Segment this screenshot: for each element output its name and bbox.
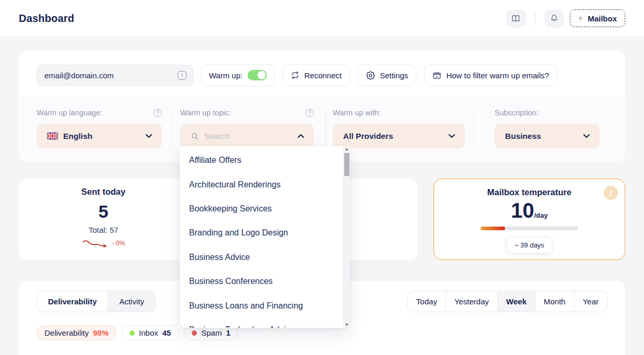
language-label: Warm up language: <box>37 109 102 117</box>
stat-badge[interactable]: Inbox 45 <box>122 325 179 340</box>
warning-icon[interactable] <box>604 186 618 200</box>
settings-button[interactable]: Settings <box>358 64 416 86</box>
sent-today-value: 5 <box>99 202 109 222</box>
chevron-down-icon <box>583 134 590 138</box>
topic-option[interactable]: Business Technology Advice <box>180 318 350 328</box>
mailbox-settings-panel: Warm up: Reconnect <box>19 50 625 162</box>
badge-value: 98% <box>93 328 109 337</box>
chevron-down-icon <box>145 134 153 138</box>
filter-help-button[interactable]: How to filter warm up emails? <box>424 64 557 86</box>
topic-option[interactable]: Branding and Logo Design <box>180 221 350 245</box>
trend-sparkline-icon <box>82 239 109 248</box>
topic-label: Warm up topic: <box>180 109 231 117</box>
chevron-down-icon <box>448 134 455 138</box>
uk-flag-icon <box>47 132 58 140</box>
panel-tabs: DeliverabilityActivity <box>37 291 156 312</box>
topic-dropdown-list: Affiliate OffersArchitectural Renderings… <box>180 146 350 328</box>
panel-tab[interactable]: Activity <box>108 291 155 312</box>
topic-help-icon[interactable] <box>306 109 314 117</box>
chevron-up-icon <box>297 134 305 138</box>
topic-search-field[interactable] <box>180 124 314 148</box>
stat-badge[interactable]: Deliverability 98% <box>37 325 116 340</box>
top-header: Dashboard + Mailbox <box>0 0 644 37</box>
time-range-button[interactable]: Week <box>497 291 535 312</box>
time-range-button[interactable]: Yesterday <box>446 291 497 312</box>
badge-value: 45 <box>162 328 171 337</box>
sent-today-total: Total: 57 <box>89 226 119 234</box>
time-range-button[interactable]: Year <box>574 291 607 312</box>
warmup-toggle[interactable] <box>248 70 267 80</box>
reconnect-button[interactable]: Reconnect <box>283 64 350 86</box>
sent-today-trend: - 0% <box>82 239 125 248</box>
gear-icon <box>366 71 375 80</box>
provider-value: All Providers <box>343 132 393 141</box>
scroll-down-icon[interactable] <box>345 324 348 326</box>
book-icon <box>511 14 521 23</box>
sent-today-title: Sent today <box>81 187 125 197</box>
topic-option[interactable]: Business Advice <box>180 245 350 269</box>
header-divider <box>535 11 535 25</box>
language-select[interactable]: English <box>37 124 162 148</box>
mailbox-toolbar: Warm up: Reconnect <box>19 50 625 97</box>
topic-search-input[interactable] <box>204 132 283 141</box>
reconnect-icon <box>291 71 299 79</box>
dropdown-scrollbar[interactable] <box>343 146 350 328</box>
provider-select[interactable]: All Providers <box>333 124 465 148</box>
badge-label: Inbox <box>139 328 158 337</box>
reconnect-label: Reconnect <box>304 71 342 80</box>
days-remaining-badge: ~ 39 days <box>507 237 552 253</box>
badge-dot <box>192 330 197 336</box>
topic-option[interactable]: Affiliate Offers <box>180 148 350 172</box>
search-icon <box>191 132 199 140</box>
temperature-value-row: 10 /day <box>511 200 548 221</box>
topic-option[interactable]: Business Conferences <box>180 269 350 293</box>
subscription-column: Subscription: Business <box>473 109 625 148</box>
provider-label: Warm up with: <box>333 109 381 117</box>
bell-icon <box>549 14 559 23</box>
temperature-value: 10 <box>511 200 534 221</box>
panel-tab[interactable]: Deliverability <box>37 291 108 312</box>
header-actions: + Mailbox <box>507 9 625 27</box>
topic-column: Warm up topic: <box>171 109 325 148</box>
temperature-progress-fill <box>481 227 505 230</box>
temperature-title: Mailbox temperature <box>487 187 571 197</box>
page-title: Dashboard <box>19 13 74 25</box>
topic-option[interactable]: Architectural Renderings <box>180 172 350 196</box>
sent-today-card: Sent today 5 Total: 57 - 0% <box>19 179 188 260</box>
add-mailbox-label: Mailbox <box>588 14 617 23</box>
topic-option[interactable]: Business Loans and Financing <box>180 293 350 317</box>
settings-label: Settings <box>380 71 408 80</box>
badge-label: Deliverability <box>44 328 89 337</box>
topic-option[interactable]: Bookkeeping Services <box>180 197 350 221</box>
email-field-wrap <box>37 65 193 86</box>
badge-label: Spam <box>201 328 221 337</box>
subscription-select[interactable]: Business <box>495 124 600 148</box>
subscription-value: Business <box>505 132 541 141</box>
time-range-button[interactable]: Month <box>535 291 574 312</box>
badge-dot <box>130 330 135 336</box>
warmup-toggle-box: Warm up: <box>201 64 275 86</box>
time-range-button[interactable]: Today <box>408 291 446 312</box>
video-folder-icon <box>432 71 441 80</box>
badge-value: 1 <box>226 328 230 337</box>
scrollbar-thumb[interactable] <box>344 153 349 176</box>
warmup-label: Warm up: <box>209 71 242 80</box>
language-value: English <box>63 132 92 141</box>
temperature-unit: /day <box>534 211 548 219</box>
language-help-icon[interactable] <box>154 109 162 117</box>
add-mailbox-button[interactable]: + Mailbox <box>570 9 625 27</box>
language-column: Warm up language: <box>19 109 171 148</box>
filter-help-label: How to filter warm up emails? <box>446 71 549 80</box>
provider-column: Warm up with: All Providers <box>325 109 473 148</box>
toggle-knob <box>257 71 266 79</box>
scroll-up-icon[interactable] <box>345 148 348 150</box>
subscription-label: Subscription: <box>495 109 538 117</box>
mailbox-temperature-card: Mailbox temperature 10 /day ~ 39 days <box>434 179 625 260</box>
plus-icon: + <box>578 14 583 23</box>
temperature-progress-track <box>481 227 578 230</box>
docs-button[interactable] <box>507 10 525 27</box>
time-range-selector: TodayYesterdayWeekMonthYear <box>407 291 607 312</box>
email-field[interactable] <box>44 71 170 80</box>
notifications-button[interactable] <box>545 10 564 27</box>
info-icon[interactable] <box>178 71 186 80</box>
